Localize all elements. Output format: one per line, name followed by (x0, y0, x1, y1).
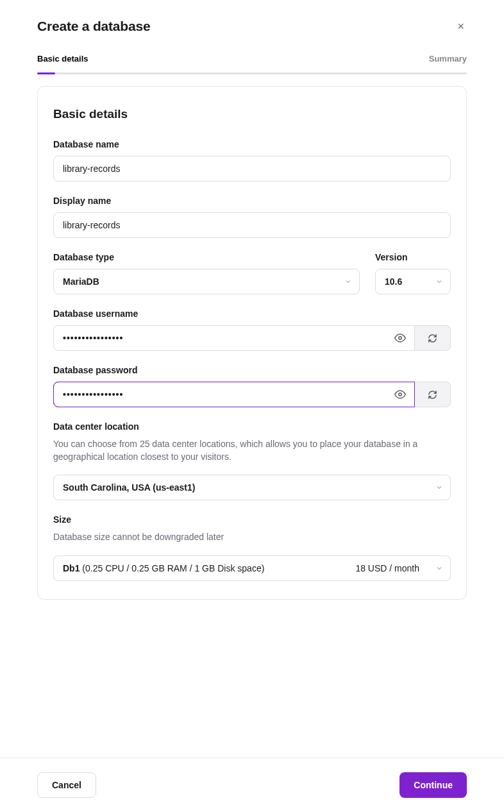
progress-bar (37, 72, 467, 74)
eye-icon (394, 389, 406, 400)
page-title: Create a database (37, 19, 150, 34)
size-tier: Db1 (63, 563, 80, 573)
regenerate-username-button[interactable] (415, 325, 451, 351)
wizard-steps: Basic details Summary (37, 54, 467, 63)
version-select[interactable]: 10.6 (375, 269, 451, 294)
row-type-version: Database type MariaDB Version 10.6 (53, 252, 451, 294)
field-display-name: Display name (53, 196, 451, 238)
continue-button[interactable]: Continue (399, 772, 467, 798)
database-type-select[interactable]: MariaDB (53, 269, 360, 294)
header: Create a database × (37, 18, 467, 35)
refresh-icon (428, 390, 437, 400)
refresh-icon (428, 334, 437, 343)
reveal-username-button[interactable] (391, 328, 410, 348)
field-version: Version 10.6 (375, 252, 451, 294)
field-username: Database username (53, 309, 451, 351)
label-size: Size (53, 514, 451, 525)
label-database-type: Database type (53, 252, 360, 262)
database-name-input[interactable] (53, 156, 451, 182)
label-location: Data center location (53, 421, 451, 432)
footer: Cancel Continue (0, 757, 504, 812)
label-database-name: Database name (53, 139, 451, 149)
step-summary[interactable]: Summary (429, 54, 467, 63)
username-input[interactable] (53, 325, 415, 351)
field-location: Data center location You can choose from… (53, 421, 451, 500)
field-database-type: Database type MariaDB (53, 252, 360, 294)
section-title: Basic details (53, 107, 451, 121)
label-version: Version (375, 252, 451, 262)
size-value: Db1 (0.25 CPU / 0.25 GB RAM / 1 GB Disk … (63, 563, 264, 573)
step-basic-details[interactable]: Basic details (37, 54, 88, 63)
svg-point-0 (399, 337, 402, 340)
size-description: Database size cannot be downgraded later (53, 531, 451, 544)
database-type-value: MariaDB (63, 276, 99, 287)
size-select[interactable]: Db1 (0.25 CPU / 0.25 GB RAM / 1 GB Disk … (53, 555, 451, 581)
location-value: South Carolina, USA (us-east1) (63, 482, 195, 493)
size-spec: (0.25 CPU / 0.25 GB RAM / 1 GB Disk spac… (82, 563, 264, 573)
regenerate-password-button[interactable] (415, 382, 451, 407)
location-select[interactable]: South Carolina, USA (us-east1) (53, 475, 451, 500)
location-description: You can choose from 25 data center locat… (53, 438, 451, 463)
close-icon: × (457, 20, 464, 33)
label-display-name: Display name (53, 196, 451, 206)
svg-point-1 (399, 393, 402, 396)
label-password: Database password (53, 365, 451, 375)
field-size: Size Database size cannot be downgraded … (53, 514, 451, 581)
size-price: 18 USD / month (355, 563, 419, 573)
display-name-input[interactable] (53, 212, 451, 238)
eye-icon (394, 332, 406, 344)
form-card: Basic details Database name Display name… (37, 86, 467, 600)
label-username: Database username (53, 309, 451, 319)
progress-fill (37, 72, 55, 74)
close-button[interactable]: × (455, 18, 467, 35)
reveal-password-button[interactable] (391, 385, 410, 404)
field-password: Database password (53, 365, 451, 407)
password-input[interactable] (53, 382, 415, 407)
version-value: 10.6 (385, 276, 402, 287)
field-database-name: Database name (53, 139, 451, 182)
cancel-button[interactable]: Cancel (37, 772, 96, 798)
